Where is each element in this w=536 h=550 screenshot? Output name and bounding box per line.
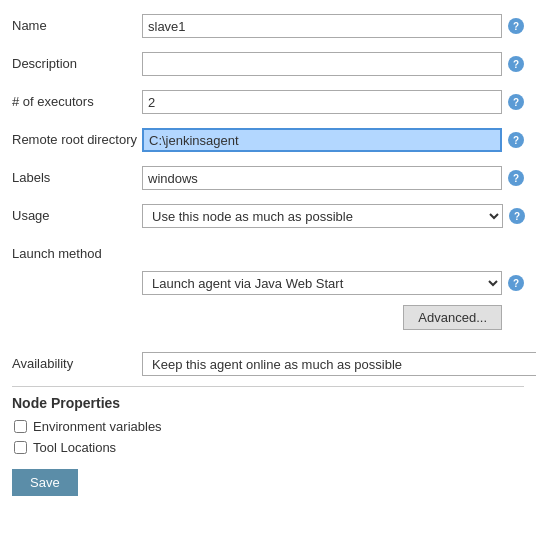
description-help-icon[interactable]: ? bbox=[508, 56, 524, 72]
labels-row: Labels ? bbox=[12, 162, 524, 190]
executors-input[interactable] bbox=[142, 90, 502, 114]
availability-select[interactable]: Keep this agent online as much as possib… bbox=[142, 352, 536, 376]
remote-root-row: Remote root directory ? bbox=[12, 124, 524, 152]
name-input[interactable] bbox=[142, 14, 502, 38]
advanced-button[interactable]: Advanced... bbox=[403, 305, 502, 330]
usage-help-icon[interactable]: ? bbox=[509, 208, 525, 224]
advanced-row: Advanced... bbox=[12, 305, 524, 338]
labels-control-wrap: ? bbox=[142, 166, 524, 190]
remote-root-control-wrap: ? bbox=[142, 128, 524, 152]
remote-root-help-icon[interactable]: ? bbox=[508, 132, 524, 148]
usage-label: Usage bbox=[12, 204, 142, 223]
executors-control-wrap: ? bbox=[142, 90, 524, 114]
launch-select[interactable]: Launch agent via Java Web StartLaunch ag… bbox=[142, 271, 502, 295]
description-control-wrap: ? bbox=[142, 52, 524, 76]
launch-method-label: Launch method bbox=[12, 242, 142, 261]
usage-row: Usage Use this node as much as possibleO… bbox=[12, 200, 524, 228]
description-row: Description ? bbox=[12, 48, 524, 76]
executors-label: # of executors bbox=[12, 90, 142, 109]
env-variables-label: Environment variables bbox=[33, 419, 162, 434]
launch-select-wrap: Launch agent via Java Web StartLaunch ag… bbox=[142, 271, 524, 295]
availability-control-wrap: Keep this agent online as much as possib… bbox=[142, 352, 536, 376]
remote-root-label: Remote root directory bbox=[12, 128, 142, 147]
tool-locations-row: Tool Locations bbox=[12, 440, 524, 455]
remote-root-input[interactable] bbox=[142, 128, 502, 152]
tool-locations-label: Tool Locations bbox=[33, 440, 116, 455]
labels-label: Labels bbox=[12, 166, 142, 185]
availability-row: Availability Keep this agent online as m… bbox=[12, 348, 524, 376]
launch-method-row: Launch method bbox=[12, 238, 524, 261]
usage-control-wrap: Use this node as much as possibleOnly bu… bbox=[142, 204, 525, 228]
node-properties-title: Node Properties bbox=[12, 395, 524, 411]
description-input[interactable] bbox=[142, 52, 502, 76]
labels-help-icon[interactable]: ? bbox=[508, 170, 524, 186]
section-divider bbox=[12, 386, 524, 387]
launch-select-row: Launch agent via Java Web StartLaunch ag… bbox=[12, 267, 524, 295]
name-row: Name ? bbox=[12, 10, 524, 38]
executors-help-icon[interactable]: ? bbox=[508, 94, 524, 110]
env-variables-checkbox[interactable] bbox=[14, 420, 27, 433]
name-label: Name bbox=[12, 14, 142, 33]
save-button[interactable]: Save bbox=[12, 469, 78, 496]
launch-help-icon[interactable]: ? bbox=[508, 275, 524, 291]
usage-select[interactable]: Use this node as much as possibleOnly bu… bbox=[142, 204, 503, 228]
name-help-icon[interactable]: ? bbox=[508, 18, 524, 34]
availability-label: Availability bbox=[12, 352, 142, 371]
executors-row: # of executors ? bbox=[12, 86, 524, 114]
description-label: Description bbox=[12, 52, 142, 71]
labels-input[interactable] bbox=[142, 166, 502, 190]
env-variables-row: Environment variables bbox=[12, 419, 524, 434]
tool-locations-checkbox[interactable] bbox=[14, 441, 27, 454]
name-control-wrap: ? bbox=[142, 14, 524, 38]
